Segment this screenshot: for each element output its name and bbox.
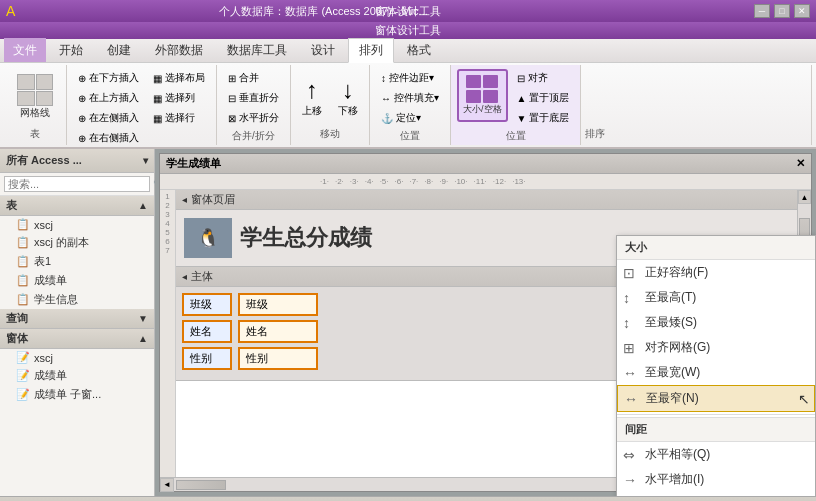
main-area: 所有 Access ... ▾ 🔍 表 ▲ 📋 xscj 📋 xscj 的副本 … xyxy=(0,149,816,496)
tab-dbtools[interactable]: 数据库工具 xyxy=(216,38,298,62)
dropdown-h-increase-item[interactable]: → 水平增加(I) xyxy=(617,467,815,492)
table-icon: 📋 xyxy=(16,255,30,268)
window-controls: ─ □ ✕ xyxy=(754,4,810,18)
insert-above-button[interactable]: ⊕在上方插入 xyxy=(73,89,144,107)
move-buttons: ↑ 上移 ↓ 下移 xyxy=(297,69,363,125)
size-icon xyxy=(466,75,498,103)
select-row-button[interactable]: ▦选择行 xyxy=(148,109,210,127)
dropdown-tallest-item[interactable]: ↕ 至最高(T) xyxy=(617,285,815,310)
nav-item-xscj[interactable]: 📋 xscj xyxy=(0,216,154,233)
control-margin-button[interactable]: ↕控件边距▾ xyxy=(376,69,444,87)
scroll-left-button[interactable]: ◄ xyxy=(160,478,174,492)
vertical-ruler: 1234567 xyxy=(160,190,176,477)
gridlines-button[interactable]: 网格线 xyxy=(12,69,58,125)
field-name[interactable]: 姓名 xyxy=(238,320,318,343)
ribbon-tabs: 文件 开始 创建 外部数据 数据库工具 设计 排列 格式 xyxy=(0,39,816,63)
order-label: 排序 xyxy=(585,127,807,141)
nav-item-student-info[interactable]: 📋 学生信息 xyxy=(0,290,154,309)
tab-arrange[interactable]: 排列 xyxy=(348,38,394,63)
h-increase-icon: → xyxy=(623,472,637,488)
form-body-label: 主体 xyxy=(191,269,213,284)
narrowest-icon: ↔ xyxy=(624,391,638,407)
tab-create[interactable]: 创建 xyxy=(96,38,142,62)
search-input[interactable] xyxy=(4,176,150,192)
collapse-icon2[interactable]: ◂ xyxy=(182,271,187,282)
queries-section-label: 查询 xyxy=(6,311,28,326)
forms-chevron-icon: ▲ xyxy=(138,333,148,344)
nav-section-forms[interactable]: 窗体 ▲ xyxy=(0,329,154,349)
nav-item-xscj-copy[interactable]: 📋 xscj 的副本 xyxy=(0,233,154,252)
field-label-gender[interactable]: 性别 xyxy=(182,347,232,370)
select-layout-button[interactable]: ▦选择布局 xyxy=(148,69,210,87)
merge-label: 合并/折分 xyxy=(223,129,284,143)
forms-section-label: 窗体 xyxy=(6,331,28,346)
tables-section-label: 表 xyxy=(6,198,17,213)
tab-external[interactable]: 外部数据 xyxy=(144,38,214,62)
table-icon: 📋 xyxy=(16,236,30,249)
tab-file[interactable]: 文件 xyxy=(4,38,46,62)
merge-button[interactable]: ⊞合并 xyxy=(223,69,284,87)
doc-title: 学生成绩单 xyxy=(166,156,221,171)
content-area: 学生成绩单 ✕ ·1· ·2· ·3· ·4· ·5· ·6· ·7· ·8· … xyxy=(155,149,816,496)
insert-below-button[interactable]: ⊕在下方插入 xyxy=(73,69,144,87)
insert-right-button[interactable]: ⊕在右侧插入 xyxy=(73,129,144,147)
nav-item-form-xscj[interactable]: 📝 xscj xyxy=(0,349,154,366)
anchor-button[interactable]: ⚓定位▾ xyxy=(376,109,444,127)
dropdown-grid-item[interactable]: ⊞ 对齐网格(G) xyxy=(617,335,815,360)
dropdown-h-decrease-item[interactable]: ← 水平减少(D) xyxy=(617,492,815,496)
nav-pane: 所有 Access ... ▾ 🔍 表 ▲ 📋 xscj 📋 xscj 的副本 … xyxy=(0,149,155,496)
nav-header[interactable]: 所有 Access ... ▾ xyxy=(0,149,154,173)
field-class[interactable]: 班级 xyxy=(238,293,318,316)
shortest-icon: ↕ xyxy=(623,315,630,331)
size-dropdown-menu: 大小 ⊡ 正好容纳(F) ↕ 至最高(T) ↕ 至最矮(S) ⊞ 对齐网格(G)… xyxy=(616,235,816,496)
dropdown-separator xyxy=(617,414,815,415)
bring-top-button[interactable]: ▲置于顶层 xyxy=(512,89,575,107)
table-group-label: 表 xyxy=(30,127,40,141)
send-bottom-button[interactable]: ▼置于底层 xyxy=(512,109,575,127)
tab-design[interactable]: 设计 xyxy=(300,38,346,62)
move-down-button[interactable]: ↓ 下移 xyxy=(333,71,363,123)
move-up-button[interactable]: ↑ 上移 xyxy=(297,71,327,123)
tab-start[interactable]: 开始 xyxy=(48,38,94,62)
collapse-icon[interactable]: ◂ xyxy=(182,194,187,205)
field-label-class[interactable]: 班级 xyxy=(182,293,232,316)
ribbon-group-table: 网格线 表 xyxy=(4,65,67,145)
nav-item-form-sub[interactable]: 📝 成绩单 子窗... xyxy=(0,385,154,404)
insert-left-button[interactable]: ⊕在左侧插入 xyxy=(73,109,144,127)
h-scroll-thumb[interactable] xyxy=(176,480,226,490)
nav-item-table1[interactable]: 📋 表1 xyxy=(0,252,154,271)
position-buttons: ↕控件边距▾ ↔控件填充▾ ⚓定位▾ xyxy=(376,69,444,127)
scroll-up-button[interactable]: ▲ xyxy=(798,190,811,204)
align-button[interactable]: ⊟对齐 xyxy=(512,69,575,87)
minimize-button[interactable]: ─ xyxy=(754,4,770,18)
title-bar: A 窗体设计工具 个人数据库：数据库 (Access 2007) - Mic..… xyxy=(0,0,816,22)
control-padding-button[interactable]: ↔控件填充▾ xyxy=(376,89,444,107)
vsplit-button[interactable]: ⊟垂直折分 xyxy=(223,89,284,107)
dropdown-narrowest-item[interactable]: ↔ 至最窄(N) ↖ xyxy=(617,385,815,412)
doc-close-icon[interactable]: ✕ xyxy=(796,157,805,170)
dropdown-h-equal-item[interactable]: ⇔ 水平相等(Q) xyxy=(617,442,815,467)
nav-chevron-icon[interactable]: ▾ xyxy=(143,155,148,166)
move-label: 移动 xyxy=(297,127,363,141)
ribbon-group-move: ↑ 上移 ↓ 下移 移动 xyxy=(291,65,370,145)
ruler: ·1· ·2· ·3· ·4· ·5· ·6· ·7· ·8· ·9· ·10·… xyxy=(160,174,811,190)
select-col-button[interactable]: ▦选择列 xyxy=(148,89,210,107)
size-spacing-button[interactable]: 大小/空格 xyxy=(457,69,508,122)
dropdown-fit-item[interactable]: ⊡ 正好容纳(F) xyxy=(617,260,815,285)
table-icon: 📋 xyxy=(16,293,30,306)
dropdown-widest-item[interactable]: ↔ 至最宽(W) xyxy=(617,360,815,385)
maximize-button[interactable]: □ xyxy=(774,4,790,18)
nav-section-tables[interactable]: 表 ▲ xyxy=(0,196,154,216)
close-button[interactable]: ✕ xyxy=(794,4,810,18)
form-icon: 📝 xyxy=(16,351,30,364)
dropdown-shortest-item[interactable]: ↕ 至最矮(S) xyxy=(617,310,815,335)
field-label-name[interactable]: 姓名 xyxy=(182,320,232,343)
nav-item-chengjidan[interactable]: 📋 成绩单 xyxy=(0,271,154,290)
nav-section-queries[interactable]: 查询 ▼ xyxy=(0,309,154,329)
queries-chevron-icon: ▼ xyxy=(138,313,148,324)
hsplit-button[interactable]: ⊠水平折分 xyxy=(223,109,284,127)
nav-item-form-chengjidan[interactable]: 📝 成绩单 xyxy=(0,366,154,385)
doc-title-bar: 学生成绩单 ✕ xyxy=(160,154,811,174)
field-gender[interactable]: 性别 xyxy=(238,347,318,370)
tab-format[interactable]: 格式 xyxy=(396,38,442,62)
